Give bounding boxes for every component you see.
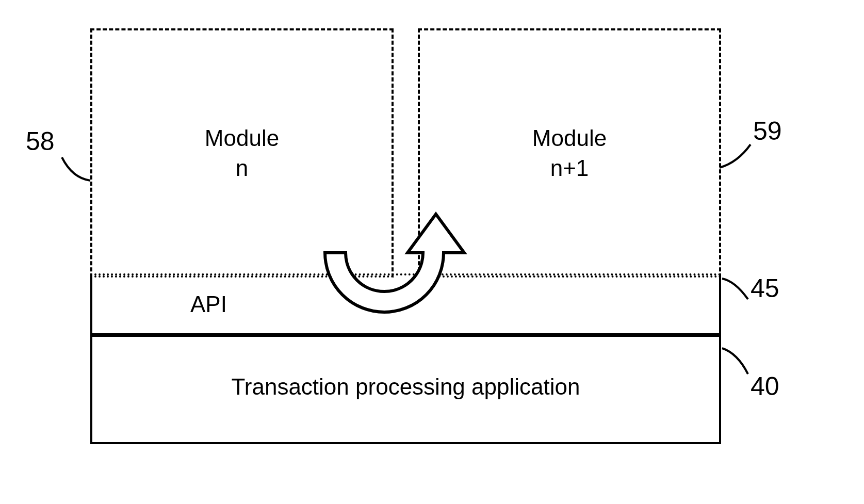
ref-label-59: 59 [753,116,782,146]
tpa-label: Transaction processing application [232,374,580,400]
module-n1-title: Module [532,123,607,153]
module-n1-sub: n+1 [550,153,589,183]
module-n-sub: n [236,153,248,183]
leader-40 [720,346,751,377]
ref-label-58: 58 [26,126,55,156]
leader-45 [720,276,751,302]
architecture-diagram: Module n Module n+1 API Transaction proc… [0,0,864,504]
module-n-title: Module [205,123,279,153]
flow-arrow-icon [291,196,498,340]
transaction-processing-layer: Transaction processing application [90,331,721,444]
leader-59 [717,142,753,173]
ref-label-45: 45 [751,273,779,303]
api-label: API [190,291,227,317]
leader-58 [59,155,95,186]
ref-label-40: 40 [751,371,779,401]
